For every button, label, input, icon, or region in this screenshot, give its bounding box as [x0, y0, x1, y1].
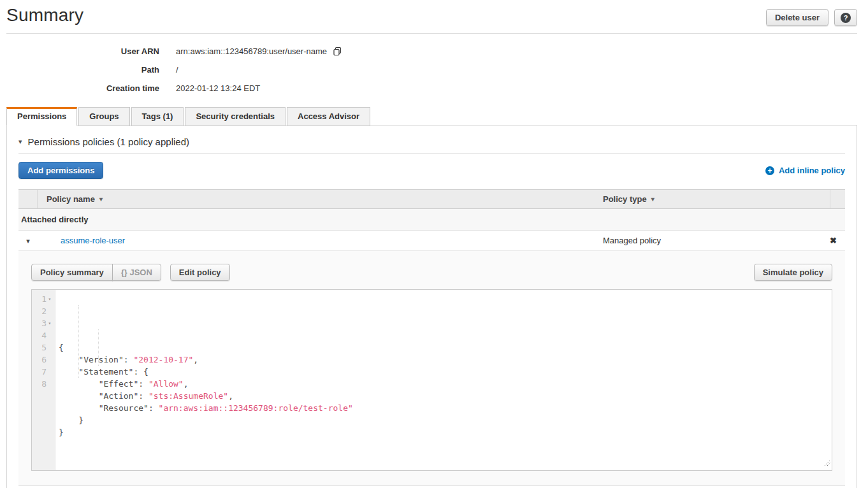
- indent-guide: [78, 305, 79, 378]
- sort-arrow-icon: ▾: [99, 196, 103, 203]
- permissions-policies-section-toggle[interactable]: ▾ Permissions policies (1 policy applied…: [18, 126, 845, 147]
- expander-header-cell: [18, 190, 38, 208]
- editor-resize-handle[interactable]: [823, 457, 831, 470]
- group-row-attached-directly: Attached directly: [18, 209, 845, 231]
- caret-down-icon: ▾: [18, 138, 22, 145]
- line-number: 7: [32, 366, 55, 378]
- code-line: "Statement": {: [59, 366, 832, 378]
- header-actions: Delete user ?: [766, 9, 857, 26]
- policy-view-toggle-group: Policy summary {} JSON: [31, 264, 161, 281]
- section-divider: [18, 153, 845, 154]
- fold-caret-icon[interactable]: ▾: [47, 293, 53, 305]
- tab-groups[interactable]: Groups: [78, 107, 129, 126]
- creation-time-value: 2022-01-12 13:24 EDT: [176, 83, 260, 93]
- json-view-button[interactable]: {} JSON: [112, 264, 161, 281]
- code-line: }: [59, 414, 832, 426]
- policy-name-link[interactable]: assume-role-user: [61, 236, 125, 245]
- code-line: "Version": "2012-10-17",: [59, 354, 832, 366]
- code-line: "Action": "sts:AssumeRole",: [59, 390, 832, 402]
- simulate-policy-button[interactable]: Simulate policy: [754, 264, 832, 281]
- code-line: "Effect": "Allow",: [59, 378, 832, 390]
- tab-permissions[interactable]: Permissions: [6, 107, 77, 126]
- add-permissions-button[interactable]: Add permissions: [18, 162, 103, 179]
- editor-code-area: { "Version": "2012-10-17", "Statement": …: [55, 290, 832, 470]
- user-arn-value: arn:aws:iam::123456789:user/user-name: [176, 47, 327, 56]
- page-header: Summary Delete user ?: [0, 0, 868, 26]
- code-line: }: [59, 426, 832, 438]
- detail-row-path: Path /: [0, 61, 868, 79]
- tab-access-advisor[interactable]: Access Advisor: [287, 107, 370, 126]
- row-expander-toggle[interactable]: ▾: [18, 236, 38, 245]
- line-number[interactable]: 3▾: [32, 317, 55, 329]
- delete-user-button[interactable]: Delete user: [766, 9, 828, 26]
- plus-icon: +: [765, 166, 774, 175]
- help-button[interactable]: ?: [834, 9, 857, 26]
- policy-name-header[interactable]: Policy name ▾: [38, 190, 598, 208]
- table-row: ▾ assume-role-user Managed policy ✖: [18, 231, 845, 251]
- policy-table: Policy name ▾ Policy type ▾ Attached dir…: [18, 189, 845, 485]
- caret-down-icon: ▾: [26, 237, 30, 245]
- policy-summary-button[interactable]: Policy summary: [31, 264, 113, 281]
- header-divider: [6, 33, 857, 34]
- code-line: {: [59, 341, 832, 354]
- policy-table-header: Policy name ▾ Policy type ▾: [18, 190, 845, 209]
- policy-detail-toolbar: Policy summary {} JSON Edit policy Simul…: [31, 264, 832, 281]
- code-line: "Resource": "arn:aws:iam::123456789:role…: [59, 402, 832, 414]
- user-arn-label: User ARN: [0, 47, 159, 56]
- line-number: 2: [32, 305, 55, 317]
- line-number: 4: [32, 329, 55, 341]
- fold-caret-icon[interactable]: ▾: [47, 317, 53, 329]
- creation-time-label: Creation time: [0, 83, 159, 93]
- tab-bar: Permissions Groups Tags (1) Security cre…: [0, 107, 868, 126]
- tab-tags[interactable]: Tags (1): [131, 107, 184, 126]
- add-inline-policy-link[interactable]: + Add inline policy: [765, 166, 845, 175]
- indent-guide: [98, 329, 99, 366]
- policy-type-header[interactable]: Policy type ▾: [598, 190, 830, 208]
- edit-policy-button[interactable]: Edit policy: [170, 264, 230, 281]
- sort-arrow-icon: ▾: [651, 196, 655, 203]
- path-label: Path: [0, 65, 159, 75]
- help-icon: ?: [841, 13, 851, 23]
- action-header-cell: [830, 190, 845, 208]
- path-value: /: [176, 65, 178, 75]
- line-number: 8: [32, 378, 55, 390]
- policy-detail-panel: Policy summary {} JSON Edit policy Simul…: [18, 251, 845, 485]
- policy-type-value: Managed policy: [598, 236, 830, 245]
- detail-row-creation-time: Creation time 2022-01-12 13:24 EDT: [0, 79, 868, 97]
- permissions-toolbar: Add permissions + Add inline policy: [18, 162, 845, 179]
- line-number: 5: [32, 341, 55, 354]
- line-number: 6: [32, 354, 55, 366]
- copy-icon[interactable]: [333, 47, 342, 56]
- permissions-policies-title: Permissions policies (1 policy applied): [28, 136, 189, 147]
- tab-security-credentials[interactable]: Security credentials: [185, 107, 286, 126]
- editor-line-numbers: 1▾23▾45678: [32, 290, 55, 470]
- user-details: User ARN arn:aws:iam::123456789:user/use…: [0, 42, 868, 97]
- policy-json-editor[interactable]: 1▾23▾45678 { "Version": "2012-10-17", "S…: [31, 289, 832, 471]
- line-number[interactable]: 1▾: [32, 293, 55, 305]
- permissions-tab-panel: ▾ Permissions policies (1 policy applied…: [6, 125, 857, 488]
- remove-policy-icon[interactable]: ✖: [830, 236, 837, 245]
- detail-row-user-arn: User ARN arn:aws:iam::123456789:user/use…: [0, 42, 868, 61]
- page-title: Summary: [6, 5, 83, 25]
